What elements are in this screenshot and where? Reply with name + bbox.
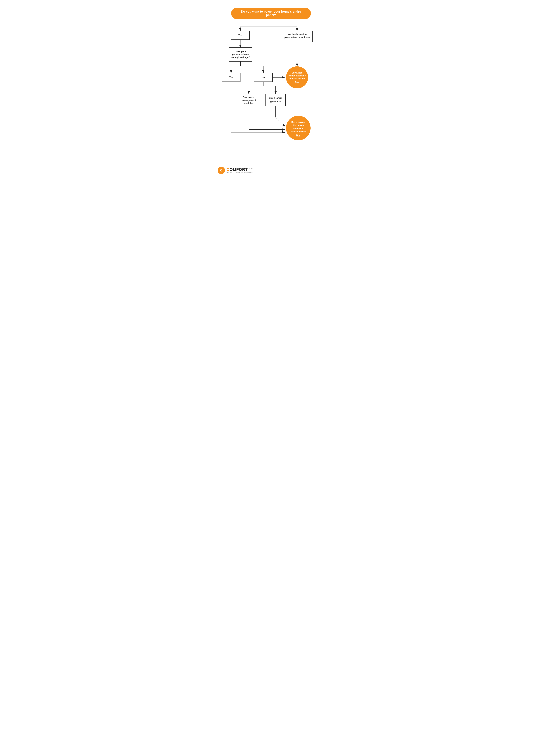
service-disconnect-line1: Buy a service	[291, 121, 305, 123]
no2-label: No	[262, 76, 265, 78]
logo-area: e COMFORT.com Unmatched Expertise	[216, 166, 326, 174]
service-disconnect-line2: disconnect	[292, 124, 304, 127]
wattage-line1: Does your	[235, 50, 246, 53]
logo-icon: e	[217, 166, 225, 174]
larger-gen-to-service	[275, 117, 285, 126]
load-center-line1: Buy a load	[292, 72, 302, 74]
larger-gen-line2: generator	[270, 100, 281, 103]
top-question-bubble: Do you want to power your home’s entire …	[231, 8, 311, 19]
logo-brand: COMFORT.com	[227, 167, 254, 172]
power-mgmt-line1: Buy power	[243, 96, 255, 98]
logo-omfort: OMFORT	[230, 167, 248, 172]
page-container: Do you want to power your home’s entire …	[216, 3, 326, 181]
load-center-line2: center automatic	[288, 74, 306, 77]
service-disconnect-buy[interactable]: Buy	[296, 134, 300, 136]
flowchart-svg: Yes No, I only want to power a few basic…	[216, 19, 326, 162]
logo-c: C	[227, 167, 230, 172]
no-basic-line2: power a few basic items	[284, 36, 310, 39]
wattage-line2: generator have	[232, 53, 249, 56]
no-basic-line1: No, I only want to	[287, 33, 306, 35]
service-disconnect-line4: transfer switch	[290, 130, 306, 133]
load-center-buy[interactable]: Buy	[295, 81, 299, 83]
larger-gen-line1: Buy a larger	[269, 97, 282, 99]
logo-domain: .com	[248, 167, 254, 170]
yes2-label: Yes	[229, 76, 233, 78]
top-question-text: Do you want to power your home’s entire …	[241, 10, 301, 17]
wattage-line3: enough wattage?	[231, 56, 250, 58]
yes-label: Yes	[238, 34, 242, 36]
svg-text:e: e	[220, 168, 223, 172]
load-center-line3: transfer switch	[289, 77, 305, 80]
power-mgmt-line2: management	[242, 99, 256, 101]
service-disconnect-line3: automatic	[293, 127, 303, 130]
top-question-container: Do you want to power your home’s entire …	[216, 8, 326, 19]
logo-tagline: Unmatched Expertise	[227, 172, 254, 173]
logo-text-block: COMFORT.com Unmatched Expertise	[227, 167, 254, 174]
power-mgmt-line3: modules	[244, 102, 254, 105]
